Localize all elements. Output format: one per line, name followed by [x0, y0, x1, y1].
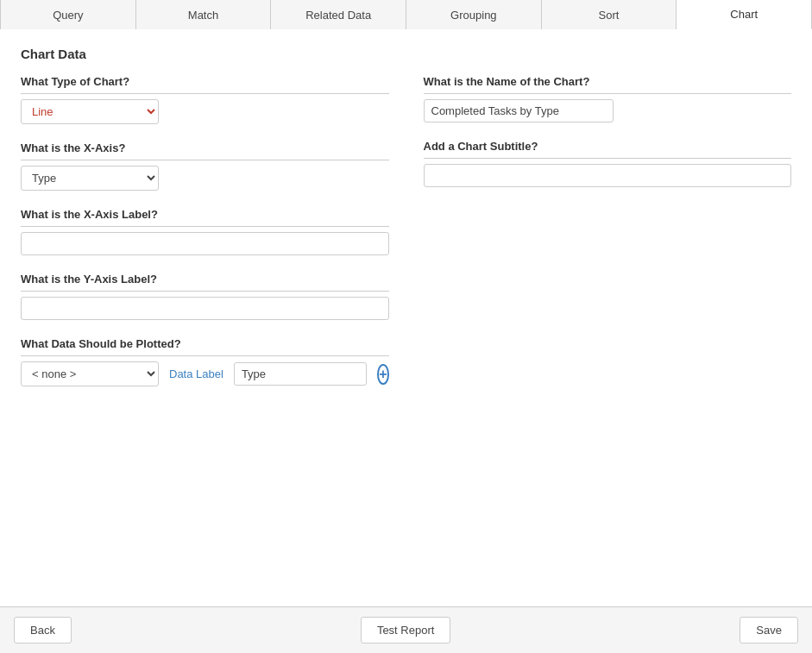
form-col-right: What is the Name of the Chart? Add a Cha… — [424, 75, 792, 404]
chart-subtitle-input[interactable] — [424, 164, 792, 187]
footer: Back Test Report Save — [0, 606, 812, 653]
test-report-button[interactable]: Test Report — [361, 617, 450, 644]
section-title: Chart Data — [21, 47, 791, 61]
x-axis-label-label: What is the X-Axis Label? — [21, 208, 389, 227]
tab-related-data[interactable]: Related Data — [271, 0, 406, 29]
x-axis-label-group: What is the X-Axis Label? — [21, 208, 389, 255]
y-axis-label-input[interactable] — [21, 297, 389, 320]
x-axis-label: What is the X-Axis? — [21, 141, 389, 160]
chart-type-label: What Type of Chart? — [21, 75, 389, 94]
plot-none-select[interactable]: < none > Count Sum Average — [21, 361, 159, 386]
plot-data-group: What Data Should be Plotted? < none > Co… — [21, 337, 389, 386]
chart-name-label: What is the Name of the Chart? — [424, 75, 792, 94]
tab-bar: Query Match Related Data Grouping Sort C… — [0, 0, 812, 29]
x-axis-label-input[interactable] — [21, 232, 389, 255]
tab-chart[interactable]: Chart — [677, 0, 812, 29]
tab-query[interactable]: Query — [0, 0, 136, 29]
chart-type-select[interactable]: Line Bar Pie Column Area — [21, 99, 159, 124]
chart-name-input[interactable] — [424, 99, 614, 122]
footer-left: Back — [14, 617, 72, 644]
save-button[interactable]: Save — [740, 617, 798, 644]
chart-subtitle-group: Add a Chart Subtitle? — [424, 140, 792, 187]
x-axis-group: What is the X-Axis? Type Date Status Pri… — [21, 141, 389, 191]
y-axis-label-group: What is the Y-Axis Label? — [21, 273, 389, 320]
data-label-text: Data Label — [169, 367, 223, 380]
plot-row: < none > Count Sum Average Data Label + — [21, 361, 389, 386]
plot-data-label: What Data Should be Plotted? — [21, 337, 389, 356]
main-content: Chart Data What Type of Chart? Line Bar … — [0, 29, 812, 606]
x-axis-select[interactable]: Type Date Status Priority — [21, 166, 159, 191]
chart-subtitle-label: Add a Chart Subtitle? — [424, 140, 792, 159]
add-data-button[interactable]: + — [377, 364, 388, 385]
tab-grouping[interactable]: Grouping — [406, 0, 542, 29]
footer-right: Save — [740, 617, 798, 644]
chart-name-group: What is the Name of the Chart? — [424, 75, 792, 122]
footer-center: Test Report — [361, 617, 450, 644]
chart-type-group: What Type of Chart? Line Bar Pie Column … — [21, 75, 389, 124]
data-label-input[interactable] — [234, 362, 367, 386]
tab-match[interactable]: Match — [136, 0, 272, 29]
y-axis-label-label: What is the Y-Axis Label? — [21, 273, 389, 292]
form-columns: What Type of Chart? Line Bar Pie Column … — [21, 75, 791, 404]
form-col-left: What Type of Chart? Line Bar Pie Column … — [21, 75, 389, 404]
back-button[interactable]: Back — [14, 617, 72, 644]
tab-sort[interactable]: Sort — [542, 0, 677, 29]
